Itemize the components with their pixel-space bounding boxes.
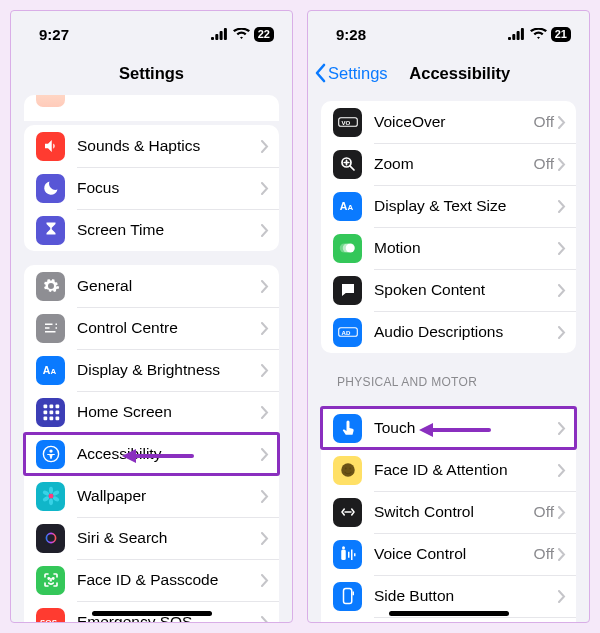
row-touch[interactable]: Touch — [321, 407, 576, 449]
svg-text:AD: AD — [341, 330, 350, 336]
svg-rect-10 — [49, 411, 53, 415]
row-focus[interactable]: Focus — [24, 167, 279, 209]
chevron-right-icon — [558, 422, 566, 435]
chevron-right-icon — [261, 616, 269, 623]
row-wallpaper[interactable]: Wallpaper — [24, 475, 279, 517]
page-title: Settings — [119, 64, 184, 83]
touch-icon — [333, 414, 362, 443]
phone-accessibility: 9:28 21 Settings Accessibility VO VoiceO… — [307, 10, 590, 623]
row-label: Sounds & Haptics — [65, 137, 261, 155]
row-homescreen[interactable]: Home Screen — [24, 391, 279, 433]
row-faceidpass[interactable]: Face ID & Passcode — [24, 559, 279, 601]
svg-rect-2 — [219, 31, 222, 40]
svg-rect-8 — [55, 405, 59, 409]
row-label: Screen Time — [65, 221, 261, 239]
clock-time: 9:27 — [39, 26, 69, 43]
svg-text:A: A — [51, 367, 57, 376]
row-switchcontrol[interactable]: Switch Control Off — [321, 491, 576, 533]
cellular-signal-icon — [211, 28, 229, 40]
wifi-icon — [233, 28, 250, 40]
row-controlnear[interactable]: Control Nearby Devices — [321, 617, 576, 622]
back-button[interactable]: Settings — [314, 63, 388, 83]
row-label: Control Centre — [65, 319, 261, 337]
chevron-right-icon — [558, 284, 566, 297]
nav-bar: Settings Accessibility — [308, 51, 589, 95]
svg-rect-58 — [343, 589, 351, 604]
row-sounds[interactable]: Sounds & Haptics — [24, 125, 279, 167]
row-label: Face ID & Passcode — [65, 571, 261, 589]
face-icon — [333, 456, 362, 485]
chevron-right-icon — [261, 140, 269, 153]
chevron-right-icon — [261, 574, 269, 587]
svg-text:VO: VO — [341, 120, 350, 126]
scroll-area[interactable]: Sounds & Haptics Focus Screen Time Gener… — [11, 95, 292, 622]
row-label: Wallpaper — [65, 487, 261, 505]
grid-icon — [36, 398, 65, 427]
row-display[interactable]: AA Display & Brightness — [24, 349, 279, 391]
row-voicecontrol[interactable]: Voice Control Off — [321, 533, 576, 575]
row-voiceover[interactable]: VO VoiceOver Off — [321, 101, 576, 143]
settings-group: VO VoiceOver Off Zoom Off AA Display & T… — [321, 101, 576, 353]
chevron-right-icon — [261, 280, 269, 293]
svg-rect-9 — [43, 411, 47, 415]
ad-icon: AD — [333, 318, 362, 347]
svg-text:A: A — [348, 203, 354, 212]
prev-group-peek — [24, 95, 279, 121]
row-label: Face ID & Attention — [362, 461, 558, 479]
row-faceatt[interactable]: Face ID & Attention — [321, 449, 576, 491]
svg-text:A: A — [340, 200, 348, 212]
row-label: Display & Text Size — [362, 197, 558, 215]
settings-group: Sounds & Haptics Focus Screen Time — [24, 125, 279, 251]
svg-rect-7 — [49, 405, 53, 409]
row-screentime[interactable]: Screen Time — [24, 209, 279, 251]
row-value: Off — [534, 503, 558, 521]
svg-rect-13 — [49, 417, 53, 421]
row-label: Display & Brightness — [65, 361, 261, 379]
row-value: Off — [534, 155, 558, 173]
chevron-right-icon — [261, 448, 269, 461]
row-label: Touch — [362, 419, 558, 437]
battery-level: 22 — [254, 27, 274, 42]
chevron-right-icon — [558, 326, 566, 339]
chevron-right-icon — [558, 506, 566, 519]
settings-group: General Control Centre AA Display & Brig… — [24, 265, 279, 622]
svg-rect-6 — [43, 405, 47, 409]
sos-icon: SOS — [36, 608, 65, 623]
aa-icon: AA — [333, 192, 362, 221]
row-label: Siri & Search — [65, 529, 261, 547]
chevron-right-icon — [261, 182, 269, 195]
svg-point-22 — [49, 499, 53, 506]
row-audiodesc[interactable]: AD Audio Descriptions — [321, 311, 576, 353]
row-label: Side Button — [362, 587, 558, 605]
row-label: Audio Descriptions — [362, 323, 558, 341]
row-general[interactable]: General — [24, 265, 279, 307]
row-value: Off — [534, 545, 558, 563]
clock-time: 9:28 — [336, 26, 366, 43]
faceid-icon — [36, 566, 65, 595]
gear-icon — [36, 272, 65, 301]
chevron-right-icon — [558, 548, 566, 561]
svg-rect-1 — [215, 34, 218, 40]
row-motion[interactable]: Motion — [321, 227, 576, 269]
svg-rect-12 — [43, 417, 47, 421]
svg-text:A: A — [43, 364, 51, 376]
chevron-right-icon — [261, 490, 269, 503]
row-displaytext[interactable]: AA Display & Text Size — [321, 185, 576, 227]
row-zoom[interactable]: Zoom Off — [321, 143, 576, 185]
chevron-right-icon — [558, 200, 566, 213]
scroll-area[interactable]: VO VoiceOver Off Zoom Off AA Display & T… — [308, 95, 589, 622]
row-value: Off — [534, 113, 558, 131]
row-controlcentre[interactable]: Control Centre — [24, 307, 279, 349]
row-accessibility[interactable]: Accessibility — [24, 433, 279, 475]
chevron-right-icon — [558, 158, 566, 171]
row-spokencontent[interactable]: Spoken Content — [321, 269, 576, 311]
nav-bar: Settings — [11, 51, 292, 95]
row-label: VoiceOver — [362, 113, 534, 131]
chevron-right-icon — [558, 464, 566, 477]
svg-point-50 — [339, 244, 348, 253]
svg-point-55 — [349, 468, 351, 470]
zoom-icon — [333, 150, 362, 179]
row-label: Motion — [362, 239, 558, 257]
row-siri[interactable]: Siri & Search — [24, 517, 279, 559]
battery-level: 21 — [551, 27, 571, 42]
